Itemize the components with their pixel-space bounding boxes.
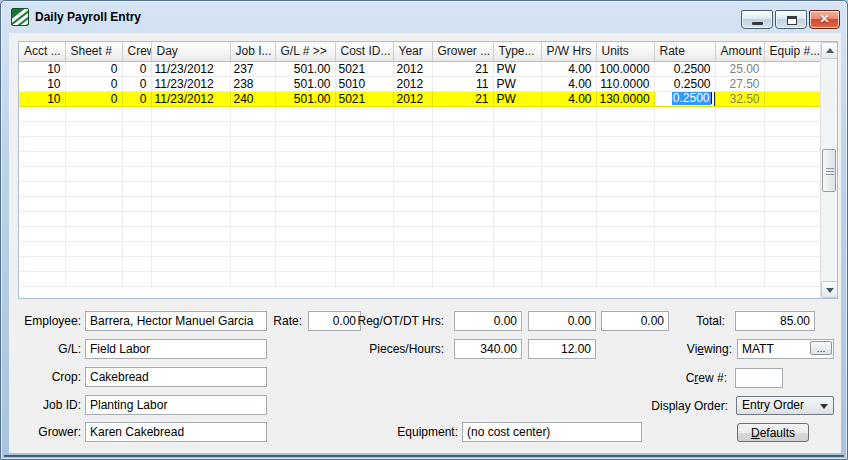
grid-cell[interactable]: 0.2500 (654, 76, 715, 91)
grid-empty-cell (230, 181, 275, 196)
grid-cell[interactable]: 10 (19, 76, 65, 91)
grid-cell[interactable]: 10 (19, 61, 65, 76)
grid-row[interactable]: 100011/23/2012240501.005021201221PW4.001… (19, 91, 820, 106)
grid-empty-cell (393, 241, 432, 256)
grid-cell[interactable]: 0 (122, 61, 151, 76)
grid-cell[interactable]: 5021 (335, 91, 393, 106)
dt-hrs-field: 0.00 (601, 311, 669, 331)
grid-column-header[interactable]: Units (596, 42, 654, 61)
grid-empty-row (19, 106, 820, 121)
grid-cell[interactable]: 5021 (335, 61, 393, 76)
grid-empty-cell (493, 166, 541, 181)
grid-cell[interactable]: 4.00 (541, 76, 596, 91)
grid-cell[interactable]: 10 (19, 91, 65, 106)
grid-cell[interactable]: 501.00 (275, 61, 335, 76)
grid-cell[interactable] (764, 76, 820, 91)
payroll-grid[interactable]: Acct ...Sheet #CrewDayJob I...G/L # >>Co… (18, 41, 838, 299)
grid-column-header[interactable]: Grower ... (432, 42, 493, 61)
grid-empty-cell (432, 211, 493, 226)
grid-cell[interactable]: PW (493, 76, 541, 91)
grid-cell[interactable]: 501.00 (275, 76, 335, 91)
grid-empty-cell (335, 256, 393, 271)
grid-cell[interactable]: 11/23/2012 (151, 76, 230, 91)
crew-number-input[interactable] (735, 368, 783, 388)
grid-cell[interactable]: 4.00 (541, 91, 596, 106)
grid-cell[interactable]: 25.00 (715, 61, 764, 76)
grid-cell[interactable]: 27.50 (715, 76, 764, 91)
grid-empty-cell (230, 106, 275, 121)
grid-cell[interactable]: 110.0000 (596, 76, 654, 91)
grid-cell[interactable]: 21 (432, 91, 493, 106)
grid-column-header[interactable]: G/L # >> (275, 42, 335, 61)
title-bar[interactable]: Daily Payroll Entry ✕ (1, 1, 847, 33)
grid-cell[interactable]: 0 (65, 76, 122, 91)
grid-cell[interactable]: 21 (432, 61, 493, 76)
grid-empty-cell (715, 241, 764, 256)
crew-number-label: Crew #: (649, 368, 727, 388)
grid-empty-cell (596, 256, 654, 271)
grid-column-header[interactable]: Rate (654, 42, 715, 61)
grid-column-header[interactable]: Equip #... (764, 42, 820, 61)
grid-cell[interactable]: 238 (230, 76, 275, 91)
grid-cell[interactable]: 240 (230, 91, 275, 106)
grid-empty-cell (654, 166, 715, 181)
scroll-down-button[interactable] (821, 281, 838, 298)
grid-cell[interactable]: 237 (230, 61, 275, 76)
close-button[interactable]: ✕ (809, 10, 840, 29)
grid-cell[interactable]: 0.2500 (654, 61, 715, 76)
grid-column-header[interactable]: Crew (122, 42, 151, 61)
grid-cell[interactable]: 2012 (393, 76, 432, 91)
grid-empty-cell (65, 181, 122, 196)
maximize-button[interactable] (775, 10, 807, 29)
cell-edit-input[interactable]: 0.2500 (654, 91, 715, 106)
grid-column-header[interactable]: Job I... (230, 42, 275, 61)
grid-empty-row (19, 226, 820, 241)
grid-cell[interactable]: 0 (122, 91, 151, 106)
grid-cell[interactable]: 0 (122, 76, 151, 91)
grid-cell[interactable]: 11 (432, 76, 493, 91)
grid-cell[interactable]: 0 (65, 91, 122, 106)
grid-cell[interactable]: 11/23/2012 (151, 91, 230, 106)
grid-column-header[interactable]: Day (151, 42, 230, 61)
grid-cell[interactable]: 2012 (393, 61, 432, 76)
grid-column-header[interactable]: Acct ... (19, 42, 65, 61)
grid-cell[interactable]: 11/23/2012 (151, 61, 230, 76)
grid-cell[interactable]: 130.0000 (596, 91, 654, 106)
minimize-button[interactable] (741, 10, 773, 29)
grid-cell[interactable]: 32.50 (715, 91, 764, 106)
grid-column-header[interactable]: Sheet # (65, 42, 122, 61)
grid-row[interactable]: 100011/23/2012237501.005021201221PW4.001… (19, 61, 820, 76)
grid-empty-cell (230, 196, 275, 211)
scroll-up-button[interactable] (821, 42, 838, 59)
grid-empty-cell (541, 256, 596, 271)
grid-empty-cell (596, 106, 654, 121)
grid-cell[interactable]: PW (493, 91, 541, 106)
grid-cell[interactable] (764, 91, 820, 106)
grid-empty-cell (541, 136, 596, 151)
grid-column-header[interactable]: Year (393, 42, 432, 61)
grid-column-header[interactable]: P/W Hrs (541, 42, 596, 61)
grid-column-header[interactable]: Amount (715, 42, 764, 61)
viewing-browse-button[interactable]: ... (810, 341, 832, 355)
grid-cell[interactable]: 0 (65, 61, 122, 76)
grid-cell[interactable]: 100.0000 (596, 61, 654, 76)
grid-row[interactable]: 100011/23/2012238501.005010201211PW4.001… (19, 76, 820, 91)
grid-column-header[interactable]: Type... (493, 42, 541, 61)
client-area: Acct ...Sheet #CrewDayJob I...G/L # >>Co… (9, 33, 841, 453)
grid-cell[interactable]: 0.2500 (654, 91, 715, 106)
reg-hrs-field: 0.00 (454, 311, 522, 331)
display-order-dropdown[interactable]: Entry Order (736, 396, 834, 415)
grid-cell[interactable] (764, 61, 820, 76)
scrollbar-thumb[interactable] (822, 149, 836, 192)
grid-cell[interactable]: 2012 (393, 91, 432, 106)
grid-column-header[interactable]: Cost ID... (335, 42, 393, 61)
grid-empty-cell (151, 241, 230, 256)
defaults-button[interactable]: Defaults (737, 423, 809, 442)
grid-empty-cell (151, 106, 230, 121)
grid-cell[interactable]: 4.00 (541, 61, 596, 76)
vertical-scrollbar[interactable] (820, 42, 837, 298)
grid-cell[interactable]: PW (493, 61, 541, 76)
grid-cell[interactable]: 501.00 (275, 91, 335, 106)
app-icon (11, 8, 29, 26)
grid-cell[interactable]: 5010 (335, 76, 393, 91)
